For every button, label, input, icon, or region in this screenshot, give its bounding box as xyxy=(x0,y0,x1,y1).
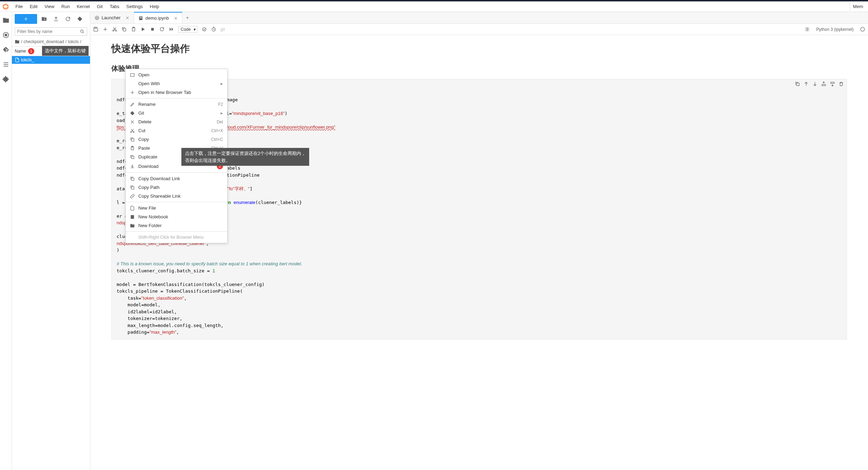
svg-rect-11 xyxy=(140,18,142,18)
ctx-footer: Shift+Right Click for Browser Menu xyxy=(126,233,227,241)
file-header-name: Name xyxy=(15,49,26,54)
timing-icon[interactable] xyxy=(211,27,216,32)
menu-view[interactable]: View xyxy=(41,2,58,11)
breadcrumb-sep: / xyxy=(65,39,67,44)
ctx-copy[interactable]: CopyCtrl+C xyxy=(126,135,227,144)
search-icon xyxy=(80,29,85,34)
folder-icon xyxy=(130,223,135,228)
file-row-selected[interactable]: tokcls_ xyxy=(12,56,90,64)
ctx-open-browser[interactable]: Open in New Browser Tab xyxy=(126,88,227,97)
ctx-copy-dl-link[interactable]: Copy Download Link xyxy=(126,174,227,183)
ctx-new-folder[interactable]: New Folder xyxy=(126,221,227,230)
menu-git[interactable]: Git xyxy=(93,2,106,11)
menu-settings[interactable]: Settings xyxy=(123,2,146,11)
toc-icon[interactable] xyxy=(2,61,9,68)
close-icon[interactable] xyxy=(174,16,178,20)
copy-icon[interactable] xyxy=(121,27,127,32)
link-icon xyxy=(130,194,135,199)
delete-cell-icon[interactable] xyxy=(839,81,844,87)
restart-icon[interactable] xyxy=(159,27,165,32)
annotation-tooltip-1: 选中文件，鼠标右键 xyxy=(42,46,89,56)
save-icon[interactable] xyxy=(93,27,98,32)
paste-icon[interactable] xyxy=(131,27,136,32)
tab-label: demo.ipynb xyxy=(145,15,169,21)
ctx-open[interactable]: Open xyxy=(126,70,227,79)
restart-run-all-icon[interactable] xyxy=(169,27,174,32)
close-icon xyxy=(130,120,135,124)
file-list-header[interactable]: Name 1 选中文件，鼠标右键 xyxy=(12,46,90,56)
annotation-badge-1: 1 xyxy=(28,48,34,54)
ctx-cut[interactable]: CutCtrl+X xyxy=(126,126,227,135)
new-folder-icon[interactable] xyxy=(41,16,47,22)
breadcrumb-sep: / xyxy=(80,39,81,44)
filter-box[interactable] xyxy=(15,27,87,36)
ctx-delete[interactable]: DeleteDel xyxy=(126,117,227,126)
menu-file[interactable]: File xyxy=(12,2,26,11)
menu-run[interactable]: Run xyxy=(58,2,73,11)
filter-input[interactable] xyxy=(17,29,80,34)
svg-rect-34 xyxy=(132,186,134,189)
insert-below-icon[interactable] xyxy=(830,81,835,87)
menu-edit[interactable]: Edit xyxy=(26,2,41,11)
svg-rect-25 xyxy=(831,82,834,84)
file-browser-sidebar: / checkpoint_download / tokcls / Name 1 … xyxy=(12,12,90,470)
notebook-toolbar: Code ▾ git Python 3 (ipykernel) xyxy=(90,24,868,35)
add-tab-button[interactable]: + xyxy=(182,15,192,20)
breadcrumb[interactable]: / checkpoint_download / tokcls / xyxy=(12,37,90,46)
move-up-icon[interactable] xyxy=(804,81,809,87)
git-icon[interactable] xyxy=(2,46,9,53)
ctx-copy-share[interactable]: Copy Shareable Link xyxy=(126,192,227,200)
breadcrumb-part[interactable]: tokcls xyxy=(68,39,79,44)
svg-rect-15 xyxy=(123,28,126,31)
extensions-icon[interactable] xyxy=(2,76,9,83)
cut-icon xyxy=(130,128,135,133)
tab-demo[interactable]: demo.ipynb xyxy=(134,12,182,23)
ctx-new-notebook[interactable]: New Notebook xyxy=(126,212,227,221)
download-icon xyxy=(130,164,135,169)
git-toolbar-icon[interactable] xyxy=(77,16,83,22)
copy-icon xyxy=(130,176,135,181)
launcher-icon xyxy=(95,15,99,20)
kernel-name[interactable]: Python 3 (ipykernel) xyxy=(814,27,856,32)
ctx-git[interactable]: Git▸ xyxy=(126,109,227,117)
svg-rect-35 xyxy=(131,215,134,219)
file-name: tokcls_ xyxy=(21,57,34,62)
cut-icon[interactable] xyxy=(112,27,117,32)
svg-rect-10 xyxy=(140,17,142,17)
duplicate-cell-icon[interactable] xyxy=(795,81,800,87)
breadcrumb-part[interactable]: checkpoint_download xyxy=(23,39,64,44)
run-icon[interactable] xyxy=(140,27,146,32)
add-cell-icon[interactable] xyxy=(103,27,108,32)
menu-help[interactable]: Help xyxy=(146,2,163,11)
render-icon[interactable] xyxy=(202,27,207,32)
svg-rect-32 xyxy=(132,156,134,158)
running-icon[interactable] xyxy=(2,32,9,39)
svg-line-7 xyxy=(83,32,84,33)
ctx-open-with[interactable]: Open With▸ xyxy=(126,79,227,88)
ctx-new-file[interactable]: New File xyxy=(126,204,227,212)
stop-icon[interactable] xyxy=(150,27,155,32)
refresh-icon[interactable] xyxy=(65,16,71,22)
upload-icon[interactable] xyxy=(53,16,59,22)
move-down-icon[interactable] xyxy=(812,81,818,87)
svg-rect-18 xyxy=(151,28,154,31)
memory-indicator: Mem xyxy=(850,2,866,11)
svg-rect-23 xyxy=(797,83,799,86)
menu-tabs[interactable]: Tabs xyxy=(106,2,123,11)
breadcrumb-sep[interactable]: / xyxy=(21,39,22,44)
svg-rect-29 xyxy=(132,138,134,141)
kernel-status-icon[interactable] xyxy=(860,27,865,32)
ctx-copy-path[interactable]: Copy Path xyxy=(126,183,227,192)
insert-above-icon[interactable] xyxy=(821,81,826,87)
menu-kernel[interactable]: Kernel xyxy=(73,2,93,11)
jupyter-logo-icon xyxy=(2,3,9,10)
file-icon xyxy=(15,57,20,62)
ctx-rename[interactable]: RenameF2 xyxy=(126,100,227,109)
tab-launcher[interactable]: Launcher xyxy=(90,12,134,23)
tabs-bar: Launcher demo.ipynb + xyxy=(90,12,868,24)
debugger-icon[interactable] xyxy=(805,27,810,32)
new-launcher-button[interactable] xyxy=(15,14,37,24)
cell-type-select[interactable]: Code ▾ xyxy=(178,26,197,33)
close-icon[interactable] xyxy=(125,16,130,20)
folder-icon[interactable] xyxy=(2,17,9,24)
